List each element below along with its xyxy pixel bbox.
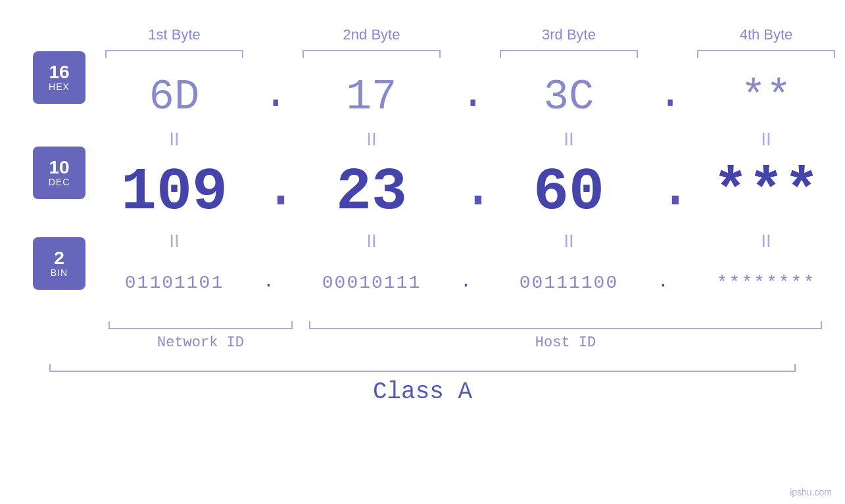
- full-bottom-bracket: [43, 359, 802, 372]
- eq2-b1: II: [85, 232, 263, 255]
- bin-byte4: ********: [717, 273, 815, 293]
- eq2-b3: II: [480, 232, 658, 255]
- byte4-top-bracket: [677, 46, 845, 58]
- dec-dot2: .: [460, 155, 480, 230]
- byte3-top-bracket: [480, 46, 658, 58]
- byte2-header: 2nd Byte: [283, 26, 460, 43]
- bin-row: 2 BIN 01101101 . 00010111 . 00111100 . *…: [0, 255, 845, 311]
- dec-byte2: 23: [336, 159, 407, 226]
- network-id-bracket: [102, 316, 299, 329]
- bin-dot2: .: [460, 271, 480, 294]
- byte4-header: 4th Byte: [677, 26, 845, 43]
- dec-row: 10 DEC 109 . 23 . 60 . ***: [0, 153, 845, 232]
- dec-byte1: 109: [121, 159, 228, 226]
- bin-byte1: 01101101: [125, 273, 224, 293]
- bin-badge: 2 BIN: [33, 237, 85, 290]
- byte1-top-bracket: [85, 46, 263, 58]
- bin-byte2: 00010111: [322, 273, 421, 293]
- class-label: Class A: [373, 378, 472, 405]
- main-container: 1st Byte 2nd Byte 3rd Byte 4th Byte 16 H…: [0, 0, 845, 504]
- host-id-label: Host ID: [302, 334, 829, 351]
- eq1-b3: II: [480, 130, 658, 153]
- dec-byte3: 60: [533, 159, 604, 226]
- hex-row: 16 HEX 6D . 17 . 3C . **: [0, 64, 845, 130]
- eq2-b2: II: [283, 232, 460, 255]
- equals-row-1: II II II II: [0, 130, 845, 153]
- bin-dot3: .: [658, 271, 677, 294]
- dec-byte4: ***: [713, 159, 819, 226]
- hex-byte2: 17: [347, 74, 397, 121]
- hex-dot2: .: [460, 71, 480, 124]
- footer-text: ipshu.com: [790, 487, 832, 497]
- byte2-top-bracket: [283, 46, 460, 58]
- host-id-bracket: [302, 316, 829, 329]
- hex-dot3: .: [658, 71, 677, 124]
- dec-badge: 10 DEC: [33, 147, 85, 199]
- hex-badge: 16 HEX: [33, 51, 85, 104]
- byte1-header: 1st Byte: [85, 26, 263, 43]
- eq2-b4: II: [677, 232, 845, 255]
- hex-byte4: **: [741, 74, 792, 121]
- eq1-b4: II: [677, 130, 845, 153]
- network-id-label: Network ID: [102, 334, 299, 351]
- eq1-b2: II: [283, 130, 460, 153]
- byte3-header: 3rd Byte: [480, 26, 658, 43]
- bin-dot1: .: [263, 271, 283, 294]
- bin-byte3: 00111100: [519, 273, 618, 293]
- hex-byte1: 6D: [149, 74, 200, 121]
- eq1-b1: II: [85, 130, 263, 153]
- dec-dot3: .: [658, 155, 677, 230]
- hex-dot1: .: [263, 71, 283, 124]
- hex-byte3: 3C: [544, 74, 594, 121]
- equals-row-2: II II II II: [0, 232, 845, 255]
- dec-dot1: .: [263, 155, 283, 230]
